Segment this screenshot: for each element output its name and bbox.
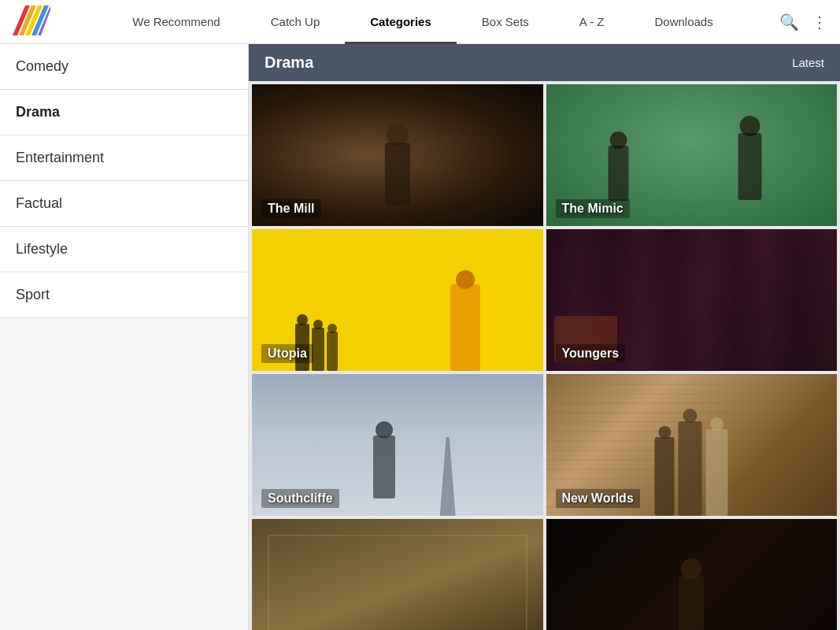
main-layout: Comedy Drama Entertainment Factual Lifes… [0,44,840,630]
nav-downloads[interactable]: Downloads [629,0,738,44]
sidebar-item-drama[interactable]: Drama [0,90,248,135]
nav-catch-up[interactable]: Catch Up [246,0,346,44]
show-row4-right[interactable] [546,519,838,630]
nav-active-indicator [345,42,457,44]
show-new-worlds[interactable]: New Worlds [546,374,838,516]
header-icons: 🔍 ⋮ [779,13,827,32]
sidebar-item-entertainment[interactable]: Entertainment [0,135,248,181]
content-filter[interactable]: Latest [792,56,824,69]
more-icon[interactable]: ⋮ [812,13,827,32]
content-title: Drama [265,54,313,72]
sidebar-item-factual[interactable]: Factual [0,181,248,227]
show-label-new-worlds: New Worlds [556,489,640,508]
search-icon[interactable]: 🔍 [779,13,799,32]
show-utopia[interactable]: Utopia [252,229,543,371]
show-label-the-mimic: The Mimic [556,199,630,218]
app-logo[interactable] [13,6,50,39]
header: We Recommend Catch Up Categories Box Set… [0,0,840,44]
main-nav: We Recommend Catch Up Categories Box Set… [66,0,779,44]
nav-box-sets[interactable]: Box Sets [457,0,554,44]
show-row4-left[interactable] [252,519,543,630]
show-label-youngers: Youngers [556,344,626,363]
show-youngers[interactable]: Youngers [546,229,838,371]
logo-svg [13,6,50,35]
content-area: Drama Latest The Mill [249,44,840,630]
show-the-mill[interactable]: The Mill [252,84,543,226]
nav-a-z[interactable]: A - Z [554,0,630,44]
show-label-the-mill: The Mill [261,199,321,218]
show-the-mimic[interactable]: The Mimic [546,84,838,226]
nav-we-recommend[interactable]: We Recommend [107,0,245,44]
show-label-southcliffe: Southcliffe [261,489,339,508]
shows-grid: The Mill The Mimic [249,81,840,630]
sidebar-item-sport[interactable]: Sport [0,272,248,318]
show-label-utopia: Utopia [261,344,313,363]
sidebar-item-lifestyle[interactable]: Lifestyle [0,227,248,272]
show-southcliffe[interactable]: Southcliffe [252,374,543,516]
content-header: Drama Latest [249,44,840,81]
sidebar-item-comedy[interactable]: Comedy [0,44,248,90]
sidebar: Comedy Drama Entertainment Factual Lifes… [0,44,249,630]
nav-categories[interactable]: Categories [345,0,457,44]
